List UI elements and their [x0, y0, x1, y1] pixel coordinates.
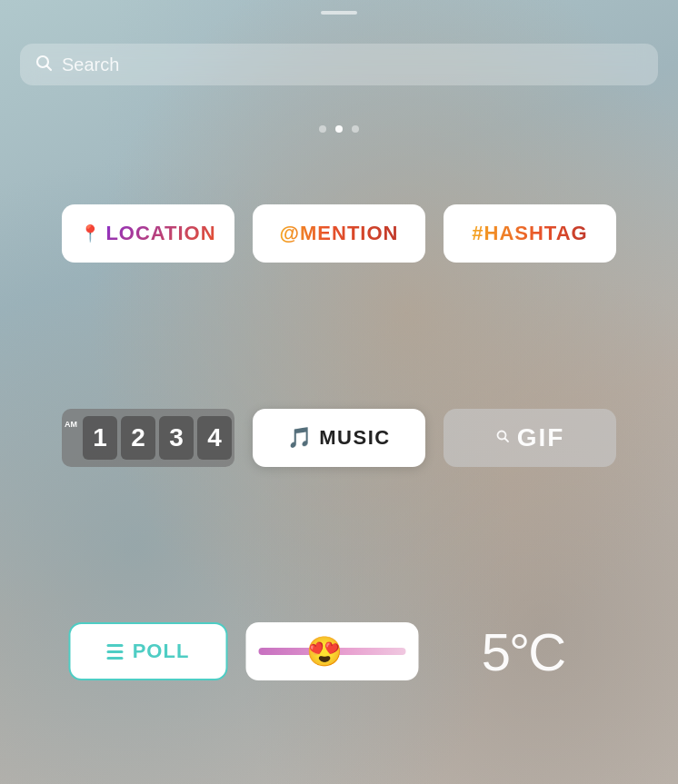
mention-label: @MENTION [280, 222, 399, 245]
hashtag-label: #HASHTAG [472, 222, 587, 245]
search-bar[interactable]: Search [20, 44, 658, 85]
poll-icon [107, 644, 124, 660]
music-label: MUSIC [319, 426, 390, 450]
sticker-row-2: AM 1 2 3 4 🎵 MUSIC GIF [62, 409, 616, 467]
page-dot-2[interactable] [335, 125, 343, 133]
sticker-row-3: POLL 😍 5°C [69, 622, 610, 680]
page-dot-1[interactable] [319, 125, 326, 133]
page-indicator [319, 125, 359, 133]
hashtag-sticker[interactable]: #HASHTAG [444, 204, 616, 263]
svg-line-1 [47, 65, 52, 70]
temperature-value: 5°C [482, 621, 564, 682]
slider-sticker[interactable]: 😍 [246, 622, 419, 680]
slider-track: 😍 [259, 648, 406, 655]
gif-search-icon [495, 429, 510, 447]
sticker-row-1: 📍 LOCATION @MENTION #HASHTAG [62, 204, 616, 263]
time-digit-3: 3 [159, 416, 194, 460]
time-sticker[interactable]: AM 1 2 3 4 [62, 409, 234, 467]
gif-sticker[interactable]: GIF [444, 409, 616, 467]
time-digit-4: 4 [197, 416, 232, 460]
svg-line-3 [504, 439, 508, 442]
gif-label: GIF [517, 423, 565, 452]
music-note-icon: 🎵 [287, 426, 312, 450]
drag-handle[interactable] [321, 11, 357, 15]
time-digit-2: 2 [121, 416, 155, 460]
search-placeholder: Search [62, 55, 119, 75]
time-am-label: AM [65, 420, 77, 429]
music-sticker[interactable]: 🎵 MUSIC [253, 409, 425, 467]
slider-emoji: 😍 [306, 637, 343, 666]
poll-sticker[interactable]: POLL [69, 622, 228, 680]
temperature-sticker[interactable]: 5°C [437, 622, 610, 680]
location-sticker[interactable]: 📍 LOCATION [62, 204, 234, 263]
search-icon [35, 54, 53, 76]
poll-label: POLL [133, 640, 190, 663]
location-label: LOCATION [105, 222, 215, 245]
location-pin-icon: 📍 [80, 223, 100, 243]
page-dot-3[interactable] [352, 125, 359, 133]
mention-sticker[interactable]: @MENTION [253, 204, 425, 263]
time-digit-1: 1 [83, 416, 117, 460]
